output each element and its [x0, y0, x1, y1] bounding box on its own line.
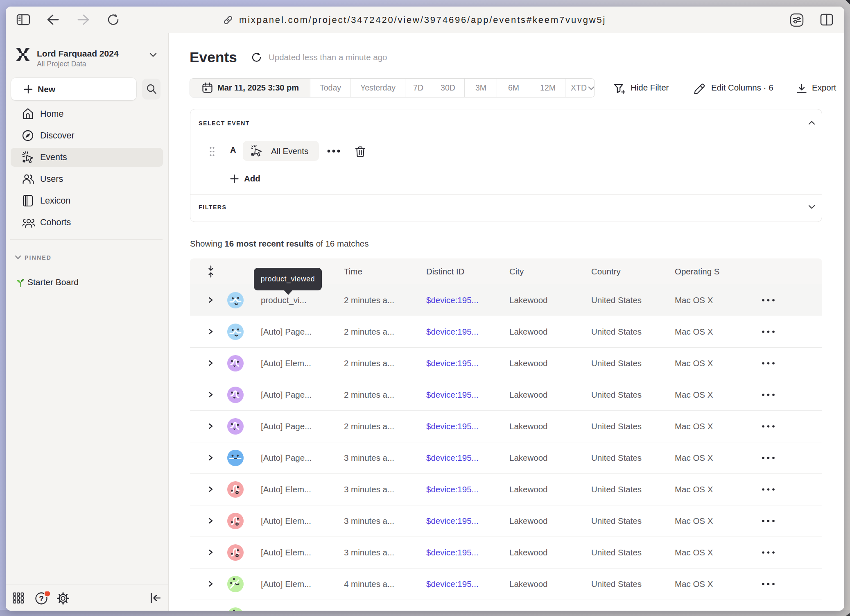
svg-text:?: ? — [39, 594, 44, 603]
